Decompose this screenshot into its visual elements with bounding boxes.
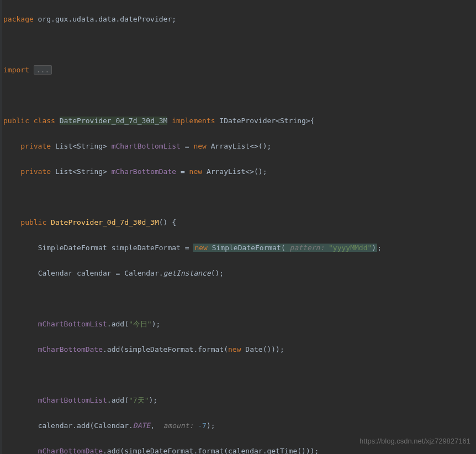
kw-private: private — [20, 142, 51, 150]
getInstance: getInstance — [163, 269, 211, 277]
field2: mCharBottomDate — [112, 167, 176, 176]
kw-new: new — [189, 167, 202, 176]
close: ); — [149, 396, 157, 404]
sdf-decl: SimpleDateFormat simpleDateFormat = — [38, 244, 194, 252]
kw-public: public — [3, 117, 29, 125]
str-7d: "7天" — [129, 396, 149, 404]
field1: mChartBottomList — [112, 142, 181, 150]
arraylist: ArrayList<>(); — [202, 167, 267, 176]
eq: = — [176, 167, 189, 176]
watermark: https://blog.csdn.net/xjz729827161 — [359, 435, 470, 447]
cal-add: calendar.add(Calendar. — [38, 421, 133, 430]
type: List<String> — [55, 167, 107, 176]
call: (); — [211, 269, 224, 277]
type: List<String> — [55, 142, 107, 150]
close: ); — [207, 421, 215, 430]
keyword-package: package — [3, 15, 34, 23]
kw-public: public — [20, 218, 46, 226]
field2: mCharBottomDate — [38, 447, 103, 454]
field2: mCharBottomDate — [38, 345, 103, 353]
arraylist: ArrayList<>(); — [207, 142, 271, 150]
add: .add( — [107, 396, 129, 404]
kw-new: new — [193, 142, 206, 150]
kw-implements: implements — [172, 117, 215, 125]
sdf-format: .add(simpleDateFormat.format( — [103, 447, 228, 454]
str-today: "今日" — [129, 320, 152, 328]
add: .add( — [107, 320, 129, 328]
class-name: DateProvider_0d_7d_30d_3M — [60, 117, 168, 125]
comma: , — [150, 421, 155, 430]
kw-private: private — [20, 167, 51, 176]
gettime: calendar.getTime())); — [228, 447, 319, 454]
cal-decl: Calendar calendar = Calendar. — [38, 269, 163, 277]
field1: mChartBottomList — [38, 320, 107, 328]
neg7: -7 — [198, 421, 207, 430]
close: ); — [152, 320, 161, 328]
fold-box[interactable]: ... — [34, 65, 52, 75]
kw-new: new — [194, 244, 207, 252]
interface-name: IDateProvider<String>{ — [219, 117, 314, 125]
pattern-str: "yyyyMMdd" — [329, 244, 372, 252]
new-date: Date())); — [241, 345, 284, 353]
hint-amount: amount: — [159, 421, 198, 430]
gutter — [0, 0, 2, 454]
kw-new: new — [228, 345, 241, 353]
date-field: DATE — [133, 421, 150, 430]
kw-class: class — [34, 117, 55, 125]
eq: = — [181, 142, 193, 150]
field1: mChartBottomList — [38, 396, 107, 404]
sdf-ctor: SimpleDateFormat( — [208, 244, 285, 252]
keyword-import: import — [3, 66, 29, 74]
sdf-format: .add(simpleDateFormat.format( — [103, 345, 228, 353]
package-name: org.gux.udata.data.dateProvider; — [34, 15, 176, 23]
hint-pattern: pattern: — [285, 244, 329, 252]
constructor: DateProvider_0d_7d_30d_3M — [51, 218, 159, 226]
code-editor[interactable]: package org.gux.udata.data.dateProvider;… — [0, 0, 476, 454]
